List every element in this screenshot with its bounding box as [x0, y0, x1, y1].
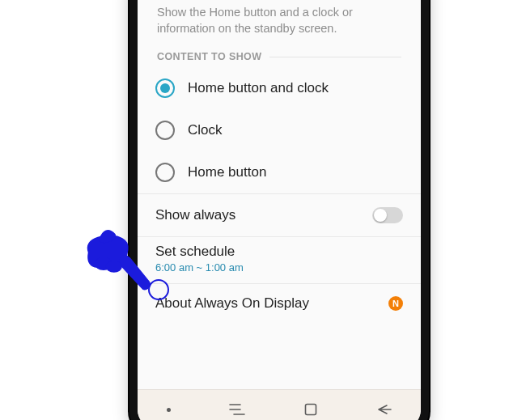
radio-label: Home button and clock — [188, 80, 329, 96]
back-icon[interactable] — [375, 404, 392, 415]
row-set-schedule[interactable]: Set schedule 6:00 am ~ 1:00 am — [138, 237, 421, 283]
radio-label: Clock — [188, 122, 223, 138]
about-label: About Always On Display — [155, 295, 309, 312]
radio-icon — [155, 163, 175, 182]
show-always-toggle[interactable] — [372, 207, 403, 223]
svg-point-2 — [106, 261, 122, 273]
svg-rect-0 — [305, 405, 316, 415]
show-always-label: Show always — [155, 207, 235, 223]
radio-label: Home button — [188, 164, 266, 180]
section-header-line — [269, 57, 401, 57]
new-badge-icon: N — [388, 296, 403, 311]
row-about-aod[interactable]: About Always On Display N — [138, 284, 421, 323]
radio-option-home-button-and-clock[interactable]: Home button and clock — [138, 67, 421, 109]
phone-frame: Show the Home button and a clock or info… — [129, 0, 429, 420]
recents-icon[interactable] — [229, 404, 245, 415]
home-icon[interactable] — [304, 403, 317, 416]
nav-bar — [138, 389, 421, 420]
row-show-always[interactable]: Show always — [138, 194, 421, 236]
radio-icon — [155, 121, 175, 140]
radio-option-clock[interactable]: Clock — [138, 109, 421, 151]
settings-content: Show the Home button and a clock or info… — [138, 0, 421, 389]
feature-description: Show the Home button and a clock or info… — [138, 0, 421, 48]
radio-option-home-button[interactable]: Home button — [138, 151, 421, 193]
section-header-content-to-show: CONTENT TO SHOW — [138, 48, 421, 67]
radio-icon — [155, 78, 175, 98]
screen: Show the Home button and a clock or info… — [138, 0, 421, 420]
set-schedule-label: Set schedule — [155, 244, 403, 260]
set-schedule-value: 6:00 am ~ 1:00 am — [155, 261, 403, 274]
svg-point-1 — [95, 257, 112, 271]
section-header-label: CONTENT TO SHOW — [157, 51, 261, 62]
nav-indicator-dot — [167, 408, 171, 412]
